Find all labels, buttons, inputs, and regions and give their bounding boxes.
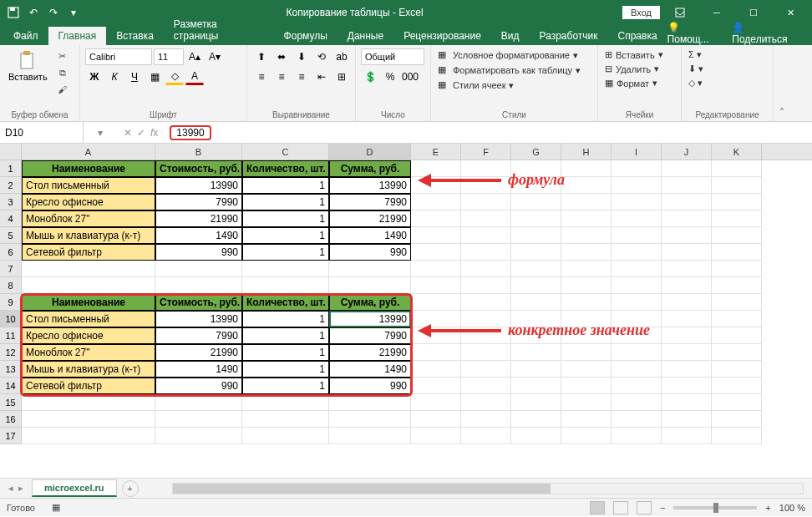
font-name-select[interactable] bbox=[85, 48, 152, 65]
cell[interactable] bbox=[612, 311, 662, 327]
fill-color-button[interactable]: ◇ bbox=[165, 68, 184, 85]
cell[interactable] bbox=[561, 411, 612, 428]
bold-button[interactable]: Ж bbox=[85, 68, 104, 85]
cell[interactable]: Стоимость, руб. bbox=[155, 294, 242, 311]
cell[interactable] bbox=[461, 311, 511, 327]
cell[interactable] bbox=[511, 311, 561, 327]
cell[interactable] bbox=[411, 294, 461, 311]
cell[interactable] bbox=[461, 261, 511, 277]
cell[interactable] bbox=[461, 327, 511, 344]
page-layout-view-icon[interactable] bbox=[613, 501, 628, 514]
zoom-slider[interactable] bbox=[673, 506, 757, 509]
cell[interactable] bbox=[662, 344, 712, 361]
cell[interactable] bbox=[662, 160, 712, 177]
row-header[interactable]: 2 bbox=[0, 177, 22, 194]
cell[interactable] bbox=[712, 294, 762, 311]
comma-icon[interactable]: 000 bbox=[401, 68, 419, 85]
tab-home[interactable]: Главная bbox=[48, 27, 107, 45]
format-as-table-button[interactable]: ▦Форматировать как таблицу ▾ bbox=[436, 63, 582, 77]
cell[interactable] bbox=[561, 210, 612, 227]
cell[interactable]: 1490 bbox=[155, 361, 242, 378]
cell[interactable] bbox=[329, 394, 411, 411]
underline-button[interactable]: Ч bbox=[125, 68, 144, 85]
row-header[interactable]: 14 bbox=[0, 378, 22, 394]
border-button[interactable]: ▦ bbox=[145, 68, 164, 85]
cell[interactable] bbox=[662, 361, 712, 378]
cell[interactable] bbox=[461, 378, 511, 394]
cell[interactable] bbox=[242, 428, 329, 444]
cell[interactable] bbox=[461, 244, 511, 261]
cell[interactable]: 1 bbox=[242, 210, 329, 227]
sheet-tab[interactable]: microexcel.ru bbox=[32, 479, 117, 497]
orientation-icon[interactable]: ⟲ bbox=[312, 48, 331, 65]
copy-icon[interactable]: ⧉ bbox=[54, 65, 71, 80]
cell[interactable] bbox=[411, 428, 461, 444]
fill-button[interactable]: ⬇ ▾ bbox=[687, 63, 705, 75]
cell[interactable] bbox=[712, 261, 762, 277]
col-header[interactable]: A bbox=[22, 144, 155, 160]
cell[interactable] bbox=[511, 344, 561, 361]
cell[interactable]: Мышь и клавиатура (к-т) bbox=[22, 361, 155, 378]
cell[interactable] bbox=[461, 411, 511, 428]
decrease-indent-icon[interactable]: ⇤ bbox=[312, 68, 331, 85]
horizontal-scrollbar[interactable] bbox=[172, 483, 804, 494]
cell[interactable]: 990 bbox=[155, 244, 242, 261]
cell[interactable] bbox=[612, 277, 662, 294]
cell[interactable] bbox=[712, 327, 762, 344]
cell[interactable] bbox=[155, 394, 242, 411]
cell[interactable] bbox=[712, 361, 762, 378]
row-header[interactable]: 13 bbox=[0, 361, 22, 378]
cell[interactable] bbox=[411, 177, 461, 194]
page-break-view-icon[interactable] bbox=[637, 501, 652, 514]
align-top-icon[interactable]: ⬆ bbox=[252, 48, 271, 65]
cell[interactable] bbox=[612, 327, 662, 344]
cell[interactable] bbox=[411, 311, 461, 327]
cell[interactable] bbox=[612, 411, 662, 428]
cell[interactable]: 1 bbox=[242, 327, 329, 344]
cell[interactable] bbox=[662, 227, 712, 244]
cell[interactable] bbox=[612, 361, 662, 378]
cell[interactable] bbox=[411, 277, 461, 294]
cell[interactable] bbox=[712, 160, 762, 177]
cell[interactable]: 990 bbox=[329, 378, 411, 394]
row-header[interactable]: 9 bbox=[0, 294, 22, 311]
cell[interactable] bbox=[461, 210, 511, 227]
cell[interactable] bbox=[461, 428, 511, 444]
align-bottom-icon[interactable]: ⬇ bbox=[292, 48, 311, 65]
col-header[interactable]: E bbox=[411, 144, 461, 160]
shrink-font-icon[interactable]: A▾ bbox=[206, 48, 224, 65]
cell[interactable]: Кресло офисное bbox=[22, 194, 155, 210]
cell[interactable] bbox=[242, 411, 329, 428]
row-header[interactable]: 8 bbox=[0, 277, 22, 294]
cell[interactable] bbox=[511, 177, 561, 194]
row-header[interactable]: 5 bbox=[0, 227, 22, 244]
cell-styles-button[interactable]: ▦Стили ячеек ▾ bbox=[436, 79, 515, 92]
cell[interactable] bbox=[561, 177, 612, 194]
cell[interactable] bbox=[411, 160, 461, 177]
signin-button[interactable]: Вход bbox=[622, 6, 660, 19]
cell[interactable]: 1 bbox=[242, 311, 329, 327]
cell[interactable]: 7990 bbox=[329, 327, 411, 344]
cell[interactable] bbox=[712, 311, 762, 327]
cell[interactable] bbox=[612, 244, 662, 261]
cell[interactable]: Количество, шт. bbox=[242, 160, 329, 177]
cell[interactable] bbox=[561, 277, 612, 294]
cell[interactable] bbox=[511, 210, 561, 227]
cell[interactable] bbox=[712, 210, 762, 227]
col-header[interactable]: I bbox=[612, 144, 662, 160]
undo-icon[interactable]: ↶ bbox=[27, 6, 40, 19]
save-icon[interactable] bbox=[7, 6, 20, 19]
cell[interactable] bbox=[329, 261, 411, 277]
cell[interactable] bbox=[461, 160, 511, 177]
cell[interactable] bbox=[411, 394, 461, 411]
col-header[interactable]: G bbox=[511, 144, 561, 160]
cell[interactable] bbox=[22, 428, 155, 444]
row-header[interactable]: 4 bbox=[0, 210, 22, 227]
cell[interactable] bbox=[561, 261, 612, 277]
col-header[interactable]: C bbox=[242, 144, 329, 160]
cell[interactable] bbox=[712, 411, 762, 428]
macro-record-icon[interactable]: ▦ bbox=[52, 502, 60, 513]
cell[interactable]: Наименование bbox=[22, 160, 155, 177]
cell[interactable]: 21990 bbox=[155, 344, 242, 361]
col-header[interactable]: K bbox=[712, 144, 762, 160]
